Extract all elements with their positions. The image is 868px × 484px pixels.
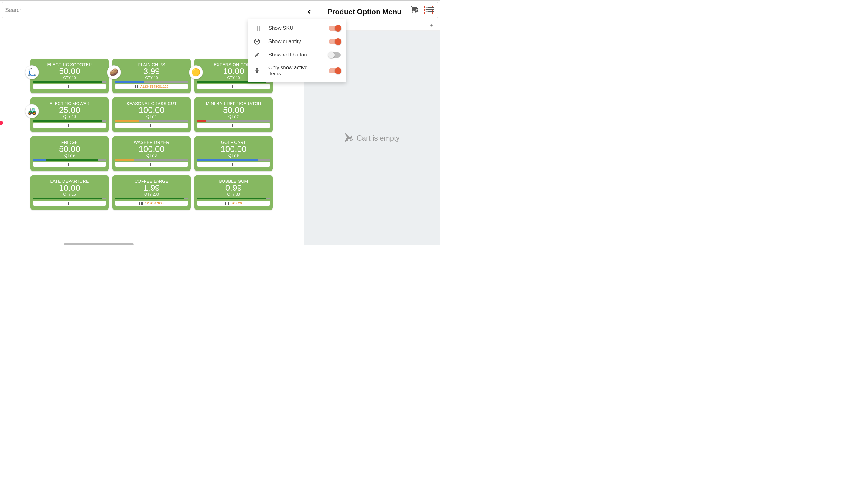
stock-bar xyxy=(33,120,106,122)
stock-bar xyxy=(197,159,270,161)
cart-icon[interactable] xyxy=(409,4,420,15)
toggle-show-edit[interactable] xyxy=(329,52,341,58)
product-qty: QTY 10 xyxy=(227,75,240,80)
sku-row xyxy=(197,162,270,167)
barcode-icon xyxy=(150,124,153,127)
product-qty: QTY 33 xyxy=(227,192,240,196)
product-qty: QTY 10 xyxy=(63,75,75,80)
sku-text: 345623 xyxy=(231,201,242,205)
barcode-icon xyxy=(68,163,71,166)
option-label: Show quantity xyxy=(269,38,321,45)
option-show-edit[interactable]: Show edit button xyxy=(248,48,346,62)
product-price: 50.00 xyxy=(59,66,80,76)
product-price: 50.00 xyxy=(223,105,244,115)
traffic-icon xyxy=(253,67,260,74)
barcode-icon xyxy=(225,202,229,205)
product-card[interactable]: MINI BAR REFRIGERATOR50.00QTY 2 xyxy=(194,97,273,132)
barcode-icon xyxy=(253,25,260,32)
stock-bar xyxy=(116,120,188,122)
product-options-menu: Show SKU Show quantity Show edit button … xyxy=(248,19,346,82)
sku-text: A12345678901122 xyxy=(140,85,168,88)
product-price: 50.00 xyxy=(59,144,80,154)
product-price: 10.00 xyxy=(223,66,244,76)
barcode-icon xyxy=(68,202,71,205)
svg-point-18 xyxy=(257,72,257,72)
search-input[interactable] xyxy=(5,7,410,13)
product-qty: QTY 200 xyxy=(144,192,159,196)
toggle-show-quantity[interactable] xyxy=(329,39,341,44)
product-card[interactable]: FRIDGE50.00QTY 9 xyxy=(30,136,109,171)
sku-row: 1234567890 xyxy=(116,201,188,205)
option-show-sku[interactable]: Show SKU xyxy=(248,22,346,35)
barcode-icon xyxy=(150,163,153,166)
main-menu-icon[interactable] xyxy=(425,4,436,15)
product-thumbnail: 🟡 xyxy=(189,65,203,79)
product-thumbnail: 🛴 xyxy=(25,65,39,79)
barcode-icon xyxy=(135,85,138,88)
product-qty: QTY 9 xyxy=(64,153,75,158)
option-label: Show edit button xyxy=(269,52,321,58)
product-qty: QTY 4 xyxy=(146,115,157,119)
stock-bar xyxy=(33,159,106,161)
product-card[interactable]: 🚜ELECTRIC MOWER25.00QTY 10 xyxy=(30,97,109,132)
barcode-icon xyxy=(68,85,71,88)
option-label: Only show active items xyxy=(269,65,321,77)
product-qty: QTY 3 xyxy=(146,153,157,158)
sku-row xyxy=(116,123,188,128)
stock-bar xyxy=(33,81,106,83)
barcode-icon xyxy=(140,202,143,205)
product-price: 100.00 xyxy=(220,144,247,154)
product-card[interactable]: COFFEE LARGE1.99QTY 2001234567890 xyxy=(112,175,191,210)
sku-row: 345623 xyxy=(197,201,270,205)
toggle-show-sku[interactable] xyxy=(329,26,341,31)
option-only-active[interactable]: Only show active items xyxy=(248,62,346,80)
cart-off-icon xyxy=(344,133,353,143)
sku-row xyxy=(197,123,270,128)
sku-row: A12345678901122 xyxy=(116,84,188,89)
top-search-bar xyxy=(2,2,438,18)
stock-bar xyxy=(116,159,188,161)
toggle-only-active[interactable] xyxy=(329,68,341,73)
barcode-icon xyxy=(232,85,236,88)
product-price: 3.99 xyxy=(143,66,160,76)
pencil-icon xyxy=(253,51,260,59)
product-qty: QTY 9 xyxy=(228,153,239,158)
product-card[interactable]: WASHER DRYER100.00QTY 3 xyxy=(112,136,191,171)
stock-bar xyxy=(197,198,270,199)
stock-bar xyxy=(116,81,188,83)
svg-point-16 xyxy=(257,69,257,70)
barcode-icon xyxy=(68,124,71,127)
horizontal-scrollbar[interactable] xyxy=(64,243,134,245)
product-card[interactable]: 🥔PLAIN CHIPS3.99QTY 10A12345678901122 xyxy=(112,59,191,93)
product-price: 25.00 xyxy=(59,105,80,115)
product-qty: QTY 10 xyxy=(63,115,75,119)
stock-bar xyxy=(33,198,106,199)
cart-empty-label: Cart is empty xyxy=(356,134,399,142)
sku-row xyxy=(33,84,106,89)
sku-row xyxy=(116,162,188,167)
add-cart-tab-button[interactable]: ＋ xyxy=(429,21,434,29)
product-qty: QTY 10 xyxy=(145,75,158,80)
product-price: 100.00 xyxy=(138,105,165,115)
product-qty: QTY 2 xyxy=(228,115,239,119)
product-price: 0.99 xyxy=(225,183,242,193)
product-card[interactable]: LATE DEPARTURE10.00QTY 16 xyxy=(30,175,109,210)
barcode-icon xyxy=(232,163,236,166)
sku-text: 1234567890 xyxy=(145,201,163,205)
svg-point-17 xyxy=(257,70,257,71)
product-qty: QTY 16 xyxy=(63,192,75,196)
sku-row xyxy=(33,162,106,167)
sku-row xyxy=(197,84,270,89)
product-price: 100.00 xyxy=(138,144,165,154)
product-card[interactable]: GOLF CART100.00QTY 9 xyxy=(194,136,273,171)
product-card[interactable]: 🛴ELECTRIC SCOOTER50.00QTY 10 xyxy=(30,59,109,93)
product-card[interactable]: SEASONAL GRASS CUT100.00QTY 4 xyxy=(112,97,191,132)
product-thumbnail: 🥔 xyxy=(107,65,121,79)
option-label: Show SKU xyxy=(269,25,321,31)
sku-row xyxy=(33,123,106,128)
product-thumbnail: 🚜 xyxy=(25,104,39,118)
sku-row xyxy=(33,201,106,205)
product-card[interactable]: BUBBLE GUM0.99QTY 33345623 xyxy=(194,175,273,210)
option-show-quantity[interactable]: Show quantity xyxy=(248,35,346,48)
barcode-icon xyxy=(232,124,236,127)
